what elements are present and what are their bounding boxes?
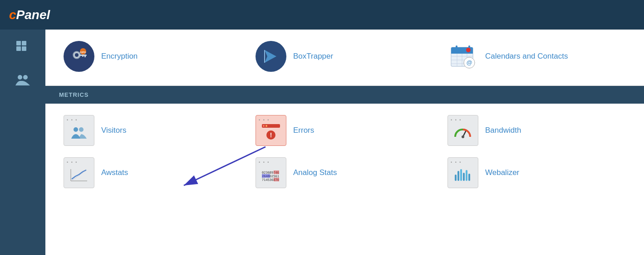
svg-rect-47 [274, 170, 279, 174]
top-bar: cPanel [0, 0, 644, 30]
email-section: GPG Encryption BoxTrapper [45, 30, 644, 86]
svg-point-33 [79, 127, 84, 132]
svg-text:GPG: GPG [80, 51, 86, 54]
svg-text:!: ! [270, 131, 272, 139]
metrics-section-header: METRICS [45, 86, 644, 104]
boxtrapper-icon [256, 41, 286, 72]
sidebar [0, 30, 45, 255]
encryption-icon: GPG [64, 41, 94, 72]
sidebar-users-icon[interactable] [12, 69, 34, 93]
webalizer-label: Webalizer [485, 168, 519, 177]
svg-rect-50 [455, 175, 457, 181]
svg-point-40 [462, 135, 464, 138]
calendars-contacts-item[interactable]: @ Calendars and Contacts [443, 36, 630, 76]
svg-point-4 [18, 75, 22, 80]
awstats-label: Awstats [101, 168, 128, 177]
bandwidth-label: Bandwidth [485, 126, 521, 135]
svg-point-36 [265, 125, 267, 127]
svg-rect-9 [84, 55, 86, 57]
svg-rect-54 [466, 170, 467, 181]
metrics-row-2: Awstats 023689746 264802561 714536870 [59, 153, 630, 193]
metrics-section: Visitors ! [45, 104, 644, 202]
cpanel-logo: cPanel [9, 8, 50, 22]
svg-rect-18 [456, 45, 457, 50]
errors-item[interactable]: ! Errors [251, 110, 438, 150]
encryption-item[interactable]: GPG Encryption [59, 36, 246, 76]
svg-text:@: @ [467, 59, 472, 66]
svg-rect-1 [22, 41, 26, 45]
svg-rect-53 [463, 173, 465, 181]
svg-line-43 [72, 170, 86, 181]
svg-point-5 [23, 75, 28, 80]
svg-rect-2 [16, 46, 21, 51]
main-content: GPG Encryption BoxTrapper [45, 30, 644, 255]
svg-point-35 [263, 125, 265, 127]
svg-rect-49 [274, 178, 279, 181]
svg-rect-0 [16, 41, 21, 45]
analog-stats-item[interactable]: 023689746 264802561 714536870 Analog Sta… [251, 153, 438, 193]
bandwidth-icon [447, 115, 478, 146]
svg-point-7 [75, 53, 79, 57]
boxtrapper-item[interactable]: BoxTrapper [251, 36, 438, 76]
boxtrapper-label: BoxTrapper [293, 52, 333, 61]
errors-icon: ! [256, 115, 286, 146]
awstats-icon [64, 157, 94, 188]
encryption-label: Encryption [101, 52, 138, 61]
metrics-row-1: Visitors ! [59, 110, 630, 150]
email-items-grid: GPG Encryption BoxTrapper [59, 36, 630, 76]
calendars-contacts-icon: @ [447, 41, 478, 72]
visitors-label: Visitors [101, 126, 126, 135]
svg-point-32 [74, 127, 78, 132]
svg-rect-48 [262, 174, 270, 178]
webalizer-icon [447, 157, 478, 188]
errors-label: Errors [293, 126, 314, 135]
svg-rect-3 [22, 46, 26, 51]
analog-stats-icon: 023689746 264802561 714536870 [256, 157, 286, 188]
sidebar-grid-icon[interactable] [12, 36, 34, 60]
metrics-title: METRICS [59, 91, 89, 98]
svg-rect-51 [457, 171, 459, 181]
svg-rect-55 [468, 174, 470, 181]
calendars-contacts-label: Calendars and Contacts [485, 52, 568, 61]
visitors-item[interactable]: Visitors [59, 110, 246, 150]
visitors-icon [64, 115, 94, 146]
svg-point-29 [466, 48, 471, 52]
svg-rect-10 [82, 55, 84, 57]
svg-rect-52 [460, 169, 462, 181]
svg-marker-13 [265, 50, 276, 63]
awstats-item[interactable]: Awstats [59, 153, 246, 193]
webalizer-item[interactable]: Webalizer [443, 153, 630, 193]
bandwidth-item[interactable]: Bandwidth [443, 110, 630, 150]
analog-stats-label: Analog Stats [293, 168, 337, 177]
